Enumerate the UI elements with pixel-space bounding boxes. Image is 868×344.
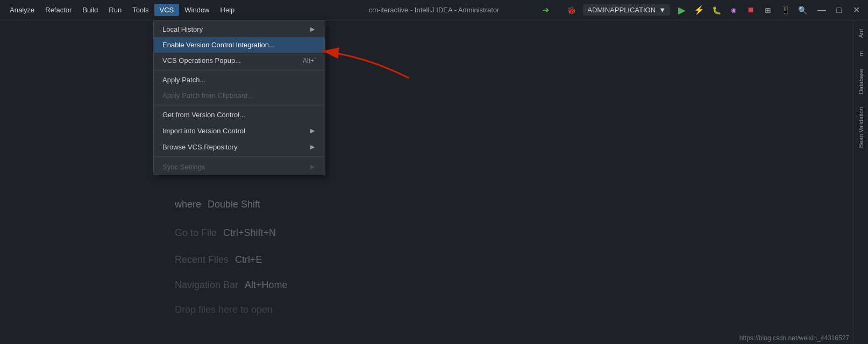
menu-sync-settings: Sync Settings ►: [154, 159, 325, 175]
navigation-bar-label: Navigation Bar: [175, 280, 238, 291]
status-url: https://blog.csdn.net/weixin_44316527: [739, 334, 849, 342]
menu-browse-vcs[interactable]: Browse VCS Repository ►: [154, 139, 325, 155]
goto-file-label: Go to File: [175, 227, 217, 239]
submenu-arrow-3: ►: [309, 142, 316, 151]
submenu-arrow: ►: [309, 25, 316, 33]
debug-button[interactable]: 🐛: [709, 3, 724, 18]
menu-vcs[interactable]: VCS: [154, 4, 180, 16]
search-everywhere-shortcut: Double Shift: [208, 199, 260, 210]
right-sidebar: Ant m Database Bean Validation: [853, 20, 868, 344]
menu-build[interactable]: Build: [77, 4, 103, 16]
window-title: cm-iteractive - IntelliJ IDEA - Administ…: [369, 6, 500, 14]
goto-file-shortcut: Ctrl+Shift+N: [223, 227, 276, 239]
menu-divider-2: [154, 105, 325, 105]
menu-apply-patch-clipboard: Apply Patch from Clipboard...: [154, 88, 325, 103]
menu-help[interactable]: Help: [215, 4, 240, 16]
search-button[interactable]: 🔍: [795, 3, 810, 18]
menu-apply-patch[interactable]: Apply Patch...: [154, 72, 325, 88]
main-area: where Double Shift Go to File Ctrl+Shift…: [0, 20, 868, 344]
close-button[interactable]: ✕: [849, 3, 864, 18]
content-area: where Double Shift Go to File Ctrl+Shift…: [0, 20, 868, 344]
submenu-arrow-2: ►: [309, 126, 316, 135]
device-button[interactable]: 📱: [778, 3, 793, 18]
sidebar-tool-ant[interactable]: Ant: [856, 25, 866, 42]
stop-button[interactable]: ■: [743, 3, 758, 18]
run-config-selector[interactable]: ADMINAPPLICATION ▼: [583, 4, 670, 16]
sidebar-tool-bean-validation[interactable]: Bean Validation: [856, 103, 866, 152]
vcs-dropdown-menu: Local History ► Enable Version Control I…: [153, 20, 325, 175]
menu-get-from-vcs[interactable]: Get from Version Control...: [154, 107, 325, 123]
build-button[interactable]: ⚡: [692, 3, 707, 18]
menu-import-vcs[interactable]: Import into Version Control ►: [154, 123, 325, 139]
sidebar-tool-maven[interactable]: m: [856, 47, 866, 60]
layout-button[interactable]: ⊞: [760, 3, 775, 18]
menu-run[interactable]: Run: [103, 4, 127, 16]
recent-files-label: Recent Files: [175, 254, 229, 266]
submenu-arrow-4: ►: [309, 162, 316, 171]
vcs-operations-shortcut: Alt+`: [303, 57, 316, 64]
drop-files-label: Drop files here to open: [175, 304, 273, 315]
toolbar-right: ➜ 🐞 ADMINAPPLICATION ▼ ▶ ⚡ 🐛 ◉ ■ ⊞ 📱 🔍: [538, 3, 810, 18]
menu-refactor[interactable]: Refactor: [40, 4, 77, 16]
menu-vcs-operations[interactable]: VCS Operations Popup... Alt+`: [154, 53, 325, 68]
minimize-button[interactable]: —: [814, 3, 829, 18]
menu-enable-vcs[interactable]: Enable Version Control Integration...: [154, 37, 325, 53]
menubar: Analyze Refactor Build Run Tools VCS Win…: [0, 0, 868, 20]
profile-button[interactable]: ◉: [726, 3, 741, 18]
menu-tools[interactable]: Tools: [127, 4, 154, 16]
sidebar-tool-database[interactable]: Database: [856, 64, 866, 98]
config-dropdown-arrow: ▼: [659, 6, 666, 14]
recent-files-shortcut: Ctrl+E: [235, 254, 262, 266]
menu-divider-1: [154, 70, 325, 70]
maximize-button[interactable]: □: [831, 3, 846, 18]
config-name: ADMINAPPLICATION: [587, 6, 656, 14]
coverage-icon[interactable]: 🐞: [564, 3, 579, 18]
menu-divider-3: [154, 156, 325, 157]
menu-window[interactable]: Window: [179, 4, 215, 16]
menu-local-history[interactable]: Local History ►: [154, 21, 325, 37]
search-everywhere-label: where: [175, 199, 201, 210]
menu-analyze[interactable]: Analyze: [4, 4, 40, 16]
navigation-bar-shortcut: Alt+Home: [245, 280, 288, 291]
back-icon[interactable]: ➜: [538, 3, 553, 18]
run-button[interactable]: ▶: [674, 3, 689, 18]
